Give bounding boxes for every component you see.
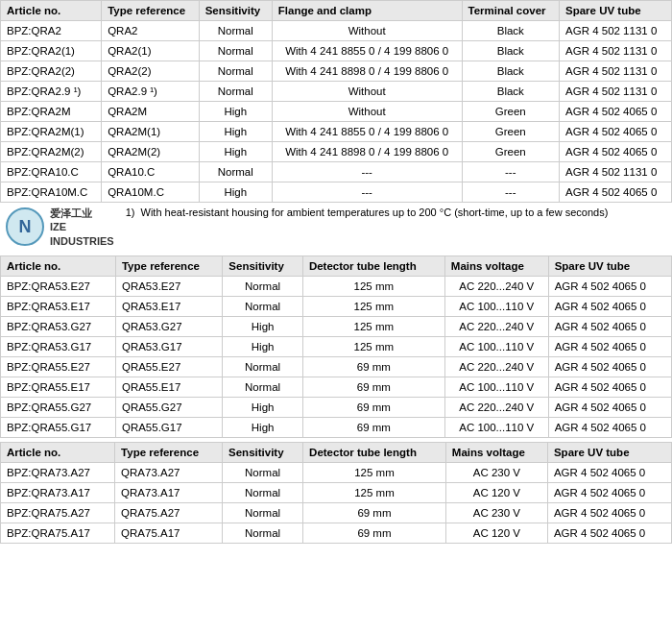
table-cell: --- xyxy=(272,182,462,203)
table-cell: Normal xyxy=(199,82,272,102)
table2-header-spare: Spare UV tube xyxy=(548,255,671,276)
table-cell: AC 120 V xyxy=(445,482,547,502)
table2-header-type: Type reference xyxy=(115,255,222,276)
table-cell: QRA53.G27 xyxy=(115,316,222,336)
table-cell: --- xyxy=(462,182,559,203)
table-cell: QRA55.E27 xyxy=(115,356,222,377)
table-row: BPZ:QRA2M(1)QRA2M(1)HighWith 4 241 8855 … xyxy=(1,122,672,142)
table-cell: 69 mm xyxy=(303,523,446,543)
table-cell: --- xyxy=(462,162,559,182)
logo-line2: IZE INDUSTRIES xyxy=(50,221,114,246)
table-cell: QRA55.E17 xyxy=(115,377,222,397)
table-cell: AGR 4 502 4065 0 xyxy=(560,122,672,142)
table1: Article no. Type reference Sensitivity F… xyxy=(0,0,672,203)
table-cell: With 4 241 8898 0 / 4 199 8806 0 xyxy=(272,61,462,82)
table-cell: QRA73.A27 xyxy=(115,462,223,482)
table-cell: AGR 4 502 1131 0 xyxy=(560,21,672,41)
table-cell: High xyxy=(223,316,303,336)
table-cell: AC 220...240 V xyxy=(444,276,548,296)
table-cell: QRA53.E27 xyxy=(115,276,222,296)
table-cell: 69 mm xyxy=(303,502,446,523)
table-cell: With 4 241 8855 0 / 4 199 8806 0 xyxy=(272,41,462,61)
table-cell: With 4 241 8855 0 / 4 199 8806 0 xyxy=(272,122,462,142)
table-cell: QRA53.E17 xyxy=(115,296,222,316)
table-cell: AGR 4 502 1131 0 xyxy=(560,82,672,102)
table3-header-mains: Mains voltage xyxy=(445,442,547,462)
table-cell: BPZ:QRA53.G27 xyxy=(1,316,116,336)
table-cell: AGR 4 502 4065 0 xyxy=(547,502,671,523)
table1-section: Article no. Type reference Sensitivity F… xyxy=(0,0,672,252)
table-cell: QRA10.C xyxy=(102,162,199,182)
table-cell: BPZ:QRA73.A17 xyxy=(1,482,115,502)
table-cell: Normal xyxy=(223,356,303,377)
table-row: BPZ:QRA53.G17QRA53.G17High125 mmAC 100..… xyxy=(1,336,672,356)
table-cell: BPZ:QRA2(2) xyxy=(1,61,102,82)
table3-header-sensitivity: Sensitivity xyxy=(223,442,303,462)
table-cell: With 4 241 8898 0 / 4 199 8806 0 xyxy=(272,142,462,162)
table-row: BPZ:QRA75.A17QRA75.A17Normal69 mmAC 120 … xyxy=(1,523,672,543)
table-cell: Normal xyxy=(223,502,303,523)
table-cell: BPZ:QRA10M.C xyxy=(1,182,102,203)
table-cell: AGR 4 502 4065 0 xyxy=(548,336,671,356)
table-cell: BPZ:QRA53.E17 xyxy=(1,296,116,316)
table3-header-spare: Spare UV tube xyxy=(547,442,671,462)
table-cell: AGR 4 502 4065 0 xyxy=(547,523,671,543)
table-cell: Normal xyxy=(199,21,272,41)
table-cell: QRA75.A17 xyxy=(115,523,223,543)
table-cell: Normal xyxy=(199,41,272,61)
table3-header-article: Article no. xyxy=(1,442,115,462)
table-row: BPZ:QRA2M(2)QRA2M(2)HighWith 4 241 8898 … xyxy=(1,142,672,162)
table-cell: AC 100...110 V xyxy=(444,377,548,397)
table-cell: 69 mm xyxy=(302,417,444,437)
table2-header-sensitivity: Sensitivity xyxy=(223,255,303,276)
table-row: BPZ:QRA2MQRA2MHighWithoutGreenAGR 4 502 … xyxy=(1,102,672,122)
table-cell: QRA55.G17 xyxy=(115,417,222,437)
table-cell: AGR 4 502 4065 0 xyxy=(548,417,671,437)
table-cell: BPZ:QRA53.E27 xyxy=(1,276,116,296)
table-cell: QRA2M xyxy=(102,102,199,122)
table-cell: Green xyxy=(462,122,559,142)
table-cell: Without xyxy=(272,21,462,41)
table-row: BPZ:QRA10M.CQRA10M.CHigh------AGR 4 502 … xyxy=(1,182,672,203)
table-cell: Black xyxy=(462,21,559,41)
table-cell: Green xyxy=(462,142,559,162)
table-row: BPZ:QRA73.A27QRA73.A27Normal125 mmAC 230… xyxy=(1,462,672,482)
table-cell: BPZ:QRA2(1) xyxy=(1,41,102,61)
table-cell: QRA2.9 ¹) xyxy=(102,82,199,102)
table-cell: Normal xyxy=(199,162,272,182)
table1-header-terminal: Terminal cover xyxy=(462,1,559,21)
table-cell: AGR 4 502 4065 0 xyxy=(548,356,671,377)
table3-header-detector: Detector tube length xyxy=(303,442,446,462)
table3-section: Article no. Type reference Sensitivity D… xyxy=(0,442,672,544)
table-row: BPZ:QRA53.G27QRA53.G27High125 mmAC 220..… xyxy=(1,316,672,336)
table-cell: AGR 4 502 1131 0 xyxy=(560,41,672,61)
table-cell: 69 mm xyxy=(302,356,444,377)
table-cell: AGR 4 502 4065 0 xyxy=(547,462,671,482)
table-row: BPZ:QRA53.E17QRA53.E17Normal125 mmAC 100… xyxy=(1,296,672,316)
table-row: BPZ:QRA55.G27QRA55.G27High69 mmAC 220...… xyxy=(1,397,672,417)
table-cell: AGR 4 502 4065 0 xyxy=(547,482,671,502)
table-cell: High xyxy=(223,417,303,437)
table-cell: BPZ:QRA2M(1) xyxy=(1,122,102,142)
table2-header-article: Article no. xyxy=(1,255,116,276)
table-cell: Normal xyxy=(199,61,272,82)
logo-cell: N 爱泽工业 IZE INDUSTRIES xyxy=(0,203,120,252)
table-cell: Normal xyxy=(223,482,303,502)
table-row: BPZ:QRA73.A17QRA73.A17Normal125 mmAC 120… xyxy=(1,482,672,502)
table-cell: 69 mm xyxy=(302,377,444,397)
table-cell: BPZ:QRA75.A27 xyxy=(1,502,115,523)
table1-header-type: Type reference xyxy=(102,1,199,21)
table-cell: High xyxy=(199,122,272,142)
table-cell: Normal xyxy=(223,377,303,397)
table-cell: Black xyxy=(462,61,559,82)
table-row: BPZ:QRA10.CQRA10.CNormal------AGR 4 502 … xyxy=(1,162,672,182)
table-cell: BPZ:QRA73.A27 xyxy=(1,462,115,482)
table-cell: BPZ:QRA55.E27 xyxy=(1,356,116,377)
table-cell: Green xyxy=(462,102,559,122)
table1-footnote-table: N 爱泽工业 IZE INDUSTRIES 1) With heat-resis… xyxy=(0,203,672,252)
logo-text: 爱泽工业 IZE INDUSTRIES xyxy=(50,207,114,248)
table2-header-detector: Detector tube length xyxy=(302,255,444,276)
table-cell: Without xyxy=(272,102,462,122)
table-cell: AGR 4 502 4065 0 xyxy=(548,276,671,296)
table-cell: AC 230 V xyxy=(445,502,547,523)
